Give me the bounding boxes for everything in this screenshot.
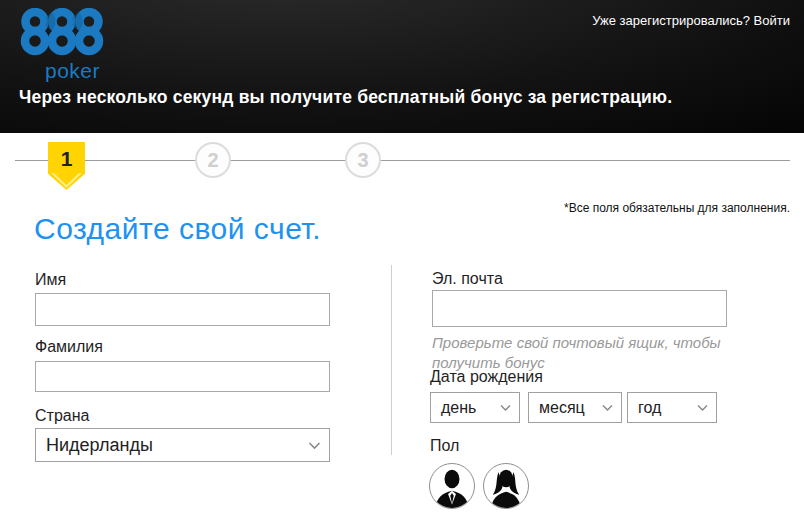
header-subtitle: Через несколько секунд вы получите беспл… bbox=[19, 87, 779, 108]
chevron-down-icon bbox=[308, 441, 321, 450]
country-select[interactable]: Нидерланды bbox=[35, 428, 330, 462]
email-input[interactable] bbox=[432, 290, 727, 327]
required-fields-note: *Все поля обязательны для заполнения. bbox=[564, 201, 790, 215]
888-logo-icon bbox=[19, 8, 111, 58]
login-area: Уже зарегистрировались? Войти bbox=[592, 13, 790, 28]
female-icon bbox=[484, 464, 528, 508]
888-poker-logo[interactable]: poker bbox=[19, 8, 115, 83]
step-3-badge: 3 bbox=[345, 142, 381, 178]
male-icon bbox=[430, 464, 474, 508]
gender-label: Пол bbox=[430, 437, 459, 455]
dob-year-select[interactable]: год bbox=[627, 392, 717, 423]
last-name-label: Фамилия bbox=[35, 338, 103, 356]
country-label: Страна bbox=[35, 407, 89, 425]
step-1-badge: 1 bbox=[48, 142, 85, 190]
step-1-number: 1 bbox=[48, 142, 85, 175]
login-prompt: Уже зарегистрировались? bbox=[592, 13, 750, 28]
chevron-down-icon bbox=[500, 404, 511, 412]
header: poker Уже зарегистрировались? Войти Чере… bbox=[0, 0, 804, 133]
login-link[interactable]: Войти bbox=[754, 13, 790, 28]
step-3-number: 3 bbox=[347, 144, 379, 176]
first-name-input[interactable] bbox=[35, 293, 330, 326]
email-label: Эл. почта bbox=[432, 270, 503, 288]
chevron-down-icon bbox=[602, 404, 613, 412]
gender-male-button[interactable] bbox=[429, 463, 475, 509]
step-2-number: 2 bbox=[197, 144, 229, 176]
dob-month-select[interactable]: месяц bbox=[528, 392, 622, 423]
logo-poker-label: poker bbox=[45, 59, 115, 83]
dob-year-value: год bbox=[628, 399, 697, 417]
chevron-down-icon bbox=[697, 404, 708, 412]
dob-day-value: день bbox=[431, 399, 500, 417]
dob-label: Дата рождения bbox=[430, 368, 543, 386]
registration-page: poker Уже зарегистрировались? Войти Чере… bbox=[0, 0, 804, 518]
column-divider bbox=[391, 265, 392, 455]
dob-day-select[interactable]: день bbox=[430, 392, 520, 423]
last-name-input[interactable] bbox=[35, 361, 330, 392]
first-name-label: Имя bbox=[35, 271, 66, 289]
dob-month-value: месяц bbox=[529, 399, 602, 417]
step-progress-line bbox=[15, 160, 790, 161]
country-select-value: Нидерланды bbox=[36, 435, 308, 456]
gender-female-button[interactable] bbox=[483, 463, 529, 509]
step-2-badge: 2 bbox=[195, 142, 231, 178]
page-title: Создайте свой счет. bbox=[34, 212, 321, 246]
